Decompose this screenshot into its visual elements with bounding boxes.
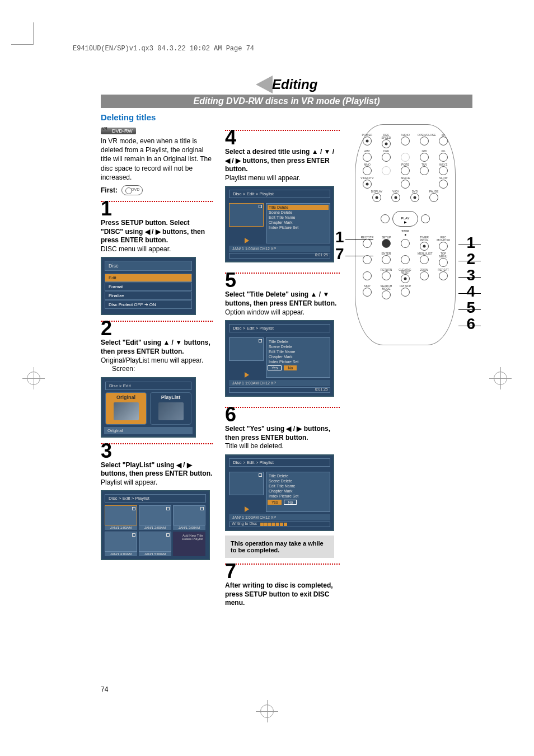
num-9-icon <box>439 166 448 175</box>
audio-icon <box>401 137 410 145</box>
step-5-bold: Select "Title Delete" using ▲ / ▼ button… <box>225 290 340 308</box>
menu-item: Format <box>105 283 192 291</box>
menu-item: Finalize <box>105 292 192 300</box>
callout-right-1: 1 <box>466 235 475 251</box>
thumb-caption: JAN/1 3:00AM <box>173 525 205 530</box>
thumbnail-icon <box>173 505 205 525</box>
callout-num-1: 1 <box>335 229 344 245</box>
step-3-bold: Select "PlayList" using ◀ / ▶ buttons, t… <box>101 461 213 478</box>
btn-label: TIMER PROG. <box>418 236 431 242</box>
disc-menu-screenshot: Disc Edit Format Finalize Disc Protect O… <box>101 257 196 315</box>
num-1-icon <box>439 137 448 145</box>
title-submenu: Title Delete Scene Delete Edit Title Nam… <box>266 337 330 378</box>
repeat-icon <box>439 271 448 280</box>
timer-icon <box>420 242 429 251</box>
callout-right-6: 6 <box>466 316 475 332</box>
no-button: No <box>284 365 297 370</box>
step-2-bold: Select "Edit" using ▲ / ▼ buttons, then … <box>101 339 213 356</box>
callout-right-5: 5 <box>466 300 475 316</box>
thumbnail-icon <box>158 402 184 420</box>
submenu-item: Index Picture Set <box>268 225 329 230</box>
thumbnail-icon <box>139 532 171 552</box>
edit-menu-screenshot: Disc > Edit Original PlayList Original <box>101 377 196 438</box>
thumbnail-icon <box>229 337 264 361</box>
thumbnail-icon <box>229 472 264 495</box>
num-5-icon <box>439 153 448 162</box>
num-3-icon <box>382 153 391 162</box>
dvd-selector-icon <box>121 185 143 195</box>
play-icon <box>245 506 249 512</box>
playlist-menu-screenshot: Disc > Edit > Playlist Title Delete Scen… <box>225 186 334 262</box>
info-bar: JAN/ 1 1:00AM CH12 XP <box>229 380 330 386</box>
progress-bar: 0:01:25 <box>229 253 330 259</box>
menu-title: Disc <box>105 261 192 271</box>
thumbnail-icon <box>139 505 171 525</box>
play-icon <box>245 238 249 243</box>
submenu-item: Scene Delete <box>268 210 329 215</box>
intro-text: In VR mode, even when a title is deleted… <box>101 137 213 182</box>
breadcrumb: Disc > Edit > Playlist <box>229 324 330 332</box>
yes-button: Yes <box>268 500 282 505</box>
num-7-icon <box>401 166 410 175</box>
submenu-item: Chapter Mark <box>268 354 329 359</box>
time-label: 0:01:25 <box>315 387 328 391</box>
num-4-icon <box>420 153 429 162</box>
step-4-bold: Select a desired title using ▲ / ▼ / ◀ /… <box>225 148 340 174</box>
submenu-item: Edit Title Name <box>268 483 329 489</box>
fast-forward-icon <box>421 214 430 223</box>
page-number: 74 <box>101 685 108 693</box>
step-5-num: 5 <box>225 270 340 290</box>
clear-icon <box>401 274 410 283</box>
menu-item: Disc Protect OFF ➔ ON <box>105 300 192 309</box>
search-mode-icon <box>382 290 391 299</box>
thumb-caption: JAN/1 1:00AM <box>105 525 137 530</box>
no-button: No <box>284 500 297 505</box>
btn-label: SEARCH MODE <box>380 285 393 290</box>
callout-right-2: 2 <box>466 251 475 267</box>
right-icon <box>401 255 410 264</box>
step-3-num: 3 <box>101 441 213 461</box>
up-icon <box>401 239 410 248</box>
btn-label: REC SPEED <box>380 134 393 139</box>
arrow-left-icon <box>256 76 273 93</box>
breadcrumb: Disc > Edit > Playlist <box>105 494 206 503</box>
yes-button: Yes <box>268 365 282 370</box>
num-2-icon <box>363 153 372 162</box>
progress-bar: 0:01:25 <box>229 387 330 393</box>
skip-icon <box>363 288 372 297</box>
step-4-text: Playlist menu will appear. <box>225 174 340 183</box>
main-title: Editing <box>272 76 317 93</box>
thumb-caption: JAN/1 5:00AM <box>139 552 171 556</box>
screen-label: Screen: <box>112 365 213 374</box>
breadcrumb: Disc > Edit > Playlist <box>229 458 330 467</box>
step-1-num: 1 <box>101 199 213 219</box>
step-1-bold: Press SETUP button. Select "DISC" using … <box>101 219 213 245</box>
title-submenu: Title Delete Scene Delete Edit Title Nam… <box>266 472 330 512</box>
submenu-item: Scene Delete <box>268 344 329 349</box>
nav-cluster: PLAY▶ STOP■ <box>377 206 433 232</box>
power-icon <box>363 137 372 145</box>
title-delete-screenshot: Disc > Edit > Playlist Title Delete Scen… <box>225 320 334 397</box>
add-delete-cell: Add New Title Delete Playlist <box>173 532 205 556</box>
menu-list-icon <box>420 255 429 264</box>
step-7-num: 7 <box>225 561 340 581</box>
info-bar: JAN/ 1 1:00AM CH12 XP <box>229 514 330 520</box>
cm-skip-icon <box>401 288 410 297</box>
dvd-select-icon <box>382 166 391 175</box>
submenu-item: Title Delete <box>268 339 329 344</box>
pause-icon <box>429 193 438 202</box>
btn-label: CLEAR/C-RESET <box>399 269 412 274</box>
submenu-item: Title Delete <box>268 205 329 210</box>
writing-screenshot: Disc > Edit > Playlist Title Delete Scen… <box>225 454 334 531</box>
submenu-item: Edit Title Name <box>268 215 329 220</box>
note-box: This operation may take a while to be co… <box>225 536 334 558</box>
step-5-text: Option window will appear. <box>225 308 340 317</box>
num-6-icon <box>363 166 372 175</box>
submenu-item: Title Delete <box>268 473 329 478</box>
vch-icon <box>391 193 400 202</box>
step-6-num: 6 <box>225 405 340 425</box>
video-tv-icon <box>363 180 372 189</box>
info-bar: JAN/ 1 1:00AM CH12 XP <box>229 246 330 252</box>
section-title: Deleting titles <box>101 112 472 122</box>
play-button-icon: PLAY▶ <box>392 211 418 227</box>
